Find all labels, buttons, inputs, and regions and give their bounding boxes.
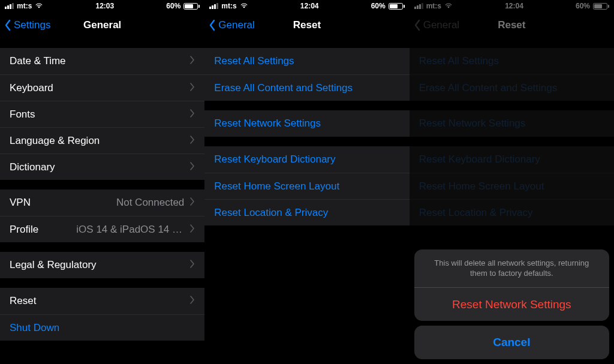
wifi-icon [35,2,43,10]
row-shutdown[interactable]: Shut Down [0,314,204,341]
nav-bar: General Reset [410,12,614,38]
group-reset-b: Reset Network Settings [410,110,614,137]
panel-general: mt:s 12:03 60% Settings General Date & T… [0,0,204,364]
clock: 12:03 [95,2,114,10]
status-bar: mt:s 12:04 60% [204,0,409,12]
sheet-cancel-button[interactable]: Cancel [414,326,609,359]
row-label: Keyboard [10,82,53,94]
row-erase-all-content[interactable]: Erase All Content and Settings [204,74,409,101]
carrier-label: mt:s [17,2,32,10]
row-reset-location-privacy: Reset Location & Privacy [410,199,614,225]
row-label: Legal & Regulatory [10,259,97,271]
action-sheet: This will delete all network settings, r… [414,249,609,359]
row-label: Date & Time [10,55,66,67]
battery-icon [389,3,405,10]
clock: 12:04 [300,2,319,10]
row-reset-all-settings[interactable]: Reset All Settings [204,48,409,74]
group-reset-c: Reset Keyboard Dictionary Reset Home Scr… [410,146,614,225]
group-preferences: Date & Time Keyboard Fonts Language & Re… [0,48,204,180]
wifi-icon [444,2,453,10]
group-reset-c: Reset Keyboard Dictionary Reset Home Scr… [204,146,409,225]
chevron-right-icon [190,109,195,121]
chevron-right-icon [190,259,195,271]
nav-bar: General Reset [204,12,409,38]
back-button: General [413,19,459,31]
group-reset-b: Reset Network Settings [204,110,409,137]
row-profile[interactable]: Profile iOS 14 & iPadOS 14 Beta Softwar.… [0,216,204,242]
battery-icon [183,3,200,10]
row-legal[interactable]: Legal & Regulatory [0,252,204,278]
row-reset-network: Reset Network Settings [410,110,614,137]
row-fonts[interactable]: Fonts [0,101,204,127]
chevron-right-icon [190,197,195,209]
clock: 12:04 [505,2,523,10]
back-button[interactable]: General [208,19,254,31]
row-label: Profile [10,224,38,236]
chevron-right-icon [190,224,195,236]
status-bar: mt:s 12:03 60% [0,0,204,12]
row-reset-home-screen[interactable]: Reset Home Screen Layout [204,173,409,199]
row-value: Not Connected [116,197,190,209]
row-label: Dictionary [10,161,55,173]
chevron-right-icon [190,82,195,94]
chevron-left-icon [208,19,216,31]
back-label: General [423,19,459,31]
row-date-time[interactable]: Date & Time [0,48,204,74]
chevron-left-icon [4,19,12,31]
row-keyboard[interactable]: Keyboard [0,74,204,101]
row-label: VPN [10,197,31,209]
row-label: Language & Region [10,135,100,147]
row-erase-all-content: Erase All Content and Settings [410,74,614,101]
row-label: Fonts [10,109,35,121]
nav-bar: Settings General [0,12,204,38]
row-label: Reset [10,295,36,307]
group-legal: Legal & Regulatory [0,252,204,278]
row-reset[interactable]: Reset [0,288,204,314]
chevron-left-icon [413,19,422,31]
chevron-right-icon [190,135,195,147]
row-value: iOS 14 & iPadOS 14 Beta Softwar... [76,224,190,236]
battery-percent: 60% [371,2,386,10]
row-reset-keyboard-dictionary: Reset Keyboard Dictionary [410,146,614,173]
group-reset-a: Reset All Settings Erase All Content and… [410,48,614,101]
sheet-confirm-button[interactable]: Reset Network Settings [414,287,609,321]
group-reset-a: Reset All Settings Erase All Content and… [204,48,409,101]
carrier-label: mt:s [426,2,441,10]
chevron-right-icon [190,55,195,67]
panel-reset: mt:s 12:04 60% General Reset Reset All S… [204,0,409,364]
group-vpn-profile: VPN Not Connected Profile iOS 14 & iPadO… [0,189,204,242]
row-vpn[interactable]: VPN Not Connected [0,189,204,216]
wifi-icon [240,2,248,10]
row-reset-home-screen: Reset Home Screen Layout [410,173,614,199]
signal-icon [209,3,218,9]
chevron-right-icon [190,295,195,307]
battery-percent: 60% [166,2,180,10]
chevron-right-icon [190,161,195,173]
battery-percent: 60% [576,2,590,10]
sheet-message: This will delete all network settings, r… [414,249,609,287]
carrier-label: mt:s [221,2,236,10]
status-bar: mt:s 12:04 60% [410,0,614,12]
row-reset-keyboard-dictionary[interactable]: Reset Keyboard Dictionary [204,146,409,173]
group-reset-shutdown: Reset Shut Down [0,288,204,341]
signal-icon [414,3,423,9]
row-language-region[interactable]: Language & Region [0,127,204,154]
back-label: Settings [14,19,50,31]
row-reset-network[interactable]: Reset Network Settings [204,110,409,137]
back-label: General [218,19,254,31]
panel-reset-sheet: mt:s 12:04 60% General Reset Reset All S… [410,0,614,364]
row-reset-location-privacy[interactable]: Reset Location & Privacy [204,199,409,225]
row-dictionary[interactable]: Dictionary [0,154,204,180]
signal-icon [5,3,14,9]
row-reset-all-settings: Reset All Settings [410,48,614,74]
back-button[interactable]: Settings [4,19,50,31]
battery-icon [593,3,609,10]
